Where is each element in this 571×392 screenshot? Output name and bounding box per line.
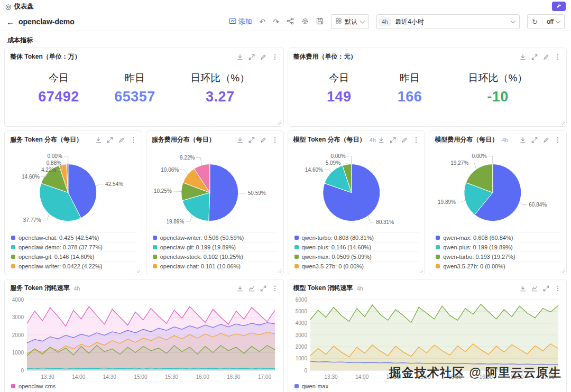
edit-icon[interactable]: [543, 54, 549, 60]
pie-chart[interactable]: 0.00%5.09%14.60%80.31%: [292, 146, 421, 232]
legend-item[interactable]: qwen3.5-27b: 0 (0.00%): [293, 261, 420, 270]
legend-item[interactable]: qwen-plus: 0.199 (19.89%): [435, 242, 561, 251]
legend-swatch: [294, 245, 299, 249]
legend-item[interactable]: openclaw-demo: 0.378 (37.77%): [10, 242, 136, 251]
more-icon[interactable]: [272, 285, 278, 292]
pie-slice-label: 5.09%: [325, 160, 340, 166]
x-axis-label: 14:30: [103, 374, 116, 380]
time-range-picker[interactable]: 4h 最近4小时: [376, 14, 520, 29]
edit-icon[interactable]: [543, 137, 549, 143]
more-icon[interactable]: [555, 54, 561, 60]
legend-item[interactable]: openclaw-chat: 0.101 (10.06%): [152, 261, 278, 270]
expand-icon[interactable]: [107, 137, 113, 143]
y-axis-label: 4000: [12, 297, 24, 303]
stat-label: 昨日: [398, 71, 422, 85]
more-icon[interactable]: [272, 54, 278, 60]
redo-icon[interactable]: ↷: [273, 18, 279, 25]
legend-item[interactable]: qwen-turbo: 0.803 (80.31%): [293, 232, 420, 242]
more-icon[interactable]: [555, 137, 561, 143]
stat-value: -10: [468, 89, 528, 105]
legend-item[interactable]: qwen-max: 0.0509 (5.09%): [293, 251, 420, 261]
expand-icon[interactable]: [390, 137, 396, 143]
expand-icon[interactable]: [248, 54, 255, 60]
export-icon[interactable]: [520, 54, 526, 60]
pie-chart[interactable]: 9.22%10.06%10.25%19.89%50.59%: [151, 146, 279, 232]
gear-icon[interactable]: [301, 17, 309, 26]
legend-item[interactable]: qwen-turbo: 0.193 (19.27%): [435, 251, 561, 261]
legend-swatch: [153, 245, 157, 249]
pie-chart-svg[interactable]: 9.22%10.06%10.25%19.89%50.59%: [151, 146, 279, 232]
save-icon[interactable]: [316, 17, 324, 26]
pie-chart-svg[interactable]: 0.00%0.88%4.22%14.60%37.77%42.54%: [9, 146, 137, 232]
edit-icon[interactable]: [260, 137, 266, 143]
x-axis-label: 13:30: [41, 374, 54, 380]
back-button[interactable]: ←: [6, 17, 14, 26]
expand-icon[interactable]: [543, 285, 549, 292]
export-icon[interactable]: [237, 54, 243, 60]
expand-icon[interactable]: [248, 137, 255, 143]
export-icon[interactable]: [520, 285, 526, 292]
more-icon[interactable]: [555, 285, 561, 292]
legend-item[interactable]: openclaw-writer: 0.506 (50.59%): [152, 232, 278, 242]
expand-icon[interactable]: [260, 285, 266, 292]
export-icon[interactable]: [520, 137, 526, 143]
x-axis-label: 15:00: [134, 374, 147, 380]
export-icon[interactable]: [95, 137, 102, 143]
add-panel-button[interactable]: 添加: [229, 17, 252, 26]
more-icon[interactable]: [130, 137, 136, 143]
export-icon[interactable]: [237, 137, 243, 143]
pie-chart[interactable]: 0.00%0.88%4.22%14.60%37.77%42.54%: [9, 146, 137, 232]
pie-chart-svg[interactable]: 0.00%5.09%14.60%80.31%: [292, 146, 421, 232]
chart-type-icon[interactable]: [248, 285, 255, 292]
x-axis-label: 14:00: [355, 374, 369, 380]
share-icon[interactable]: [287, 17, 294, 26]
pie-chart[interactable]: 0.00%19.27%19.89%60.84%: [434, 146, 562, 232]
stat-value: 149: [327, 89, 352, 105]
legend-label: openclaw-git: 0.146 (14.60%): [19, 254, 94, 260]
pie-slice[interactable]: [209, 164, 238, 221]
legend-label: openclaw-cms: [19, 383, 56, 389]
pie-chart-svg[interactable]: 0.00%19.27%19.89%60.84%: [434, 146, 562, 232]
legend-item[interactable]: qwen-max: 0.608 (60.84%): [435, 232, 561, 242]
refresh-icon[interactable]: ↻: [528, 18, 542, 26]
legend-item[interactable]: qwen-plus: 0.146 (14.60%): [293, 242, 420, 251]
legend-swatch: [294, 255, 299, 259]
resize-handle[interactable]: [277, 120, 282, 125]
dashboard-logo-icon: ◎: [5, 3, 11, 11]
more-icon[interactable]: [272, 137, 278, 143]
panel-header: 整体费用（单位：元）: [288, 48, 567, 63]
tools-button[interactable]: [552, 2, 566, 11]
refresh-interval-select[interactable]: off: [542, 18, 564, 25]
y-axis-label: 0: [304, 368, 307, 374]
expand-icon[interactable]: [531, 54, 538, 60]
line-chart-svg[interactable]: 0100020003000400013:3014:0014:3015:0015:…: [8, 296, 280, 381]
more-icon[interactable]: [413, 137, 419, 143]
legend-item[interactable]: qwen-max: [293, 381, 561, 390]
panel-header: 模型 Token 消耗速率 4h: [288, 279, 567, 294]
edit-icon[interactable]: [401, 137, 408, 143]
line-chart[interactable]: 0100020003000400013:3014:0014:3015:0015:…: [8, 296, 280, 381]
edit-icon[interactable]: [118, 137, 125, 143]
x-axis-label: 16:00: [196, 374, 209, 380]
legend-item[interactable]: qwen3.5-27b: 0 (0.00%): [435, 261, 561, 270]
chart-type-icon[interactable]: [531, 285, 538, 292]
legend-swatch: [153, 236, 157, 240]
legend-item[interactable]: openclaw-stock: 0.102 (10.25%): [152, 251, 278, 261]
edit-icon[interactable]: [260, 54, 266, 60]
resize-handle[interactable]: [560, 120, 565, 125]
stat-value: 67492: [38, 89, 79, 105]
view-select[interactable]: 默认: [331, 14, 369, 29]
undo-icon[interactable]: ↶: [260, 18, 266, 25]
legend-item[interactable]: openclaw-chat: 0.425 (42.54%): [10, 232, 136, 242]
export-icon[interactable]: [378, 137, 384, 143]
export-icon[interactable]: [237, 285, 243, 292]
legend-swatch: [436, 245, 440, 249]
legend-item[interactable]: openclaw-git: 0.199 (19.89%): [152, 242, 278, 251]
expand-icon[interactable]: [531, 137, 538, 143]
legend-item[interactable]: openclaw-cms: [10, 381, 278, 390]
legend-item[interactable]: openclaw-git: 0.146 (14.60%): [10, 251, 136, 261]
pie-label-leader-line: [43, 214, 50, 220]
legend-item[interactable]: openclaw-writer: 0.0422 (4.22%): [10, 261, 136, 270]
y-axis-label: 2000: [12, 332, 24, 338]
pie-label-leader-line: [347, 156, 351, 164]
